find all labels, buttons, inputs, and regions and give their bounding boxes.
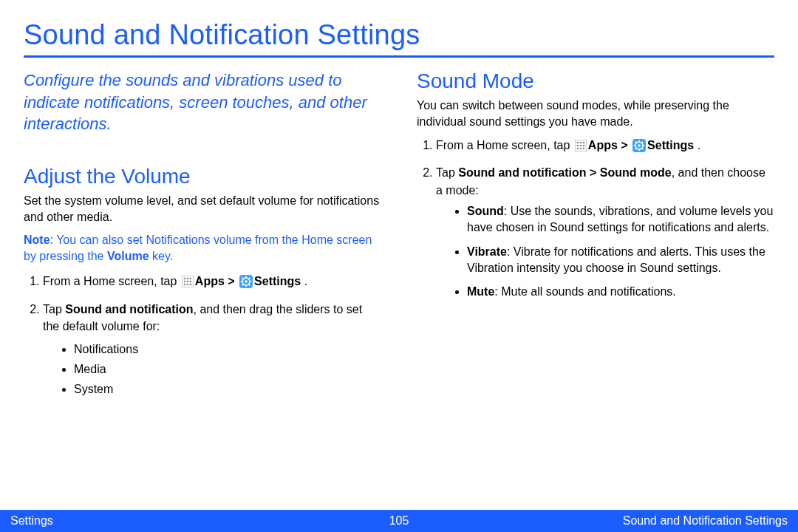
svg-point-25 (577, 145, 579, 147)
svg-point-5 (187, 281, 189, 283)
svg-line-40 (635, 149, 637, 150)
settings-icon (632, 139, 646, 157)
footer-right: Sound and Notification Settings (623, 514, 788, 528)
step1-post: . (301, 275, 307, 287)
sound-mode-body: You can switch between sound modes, whil… (417, 98, 774, 129)
svg-line-39 (642, 149, 644, 150)
svg-point-7 (184, 284, 186, 286)
note-part2: key. (149, 250, 174, 262)
svg-point-6 (190, 281, 192, 283)
apps-icon (575, 139, 587, 156)
bullet-text: : Use the sounds, vibrations, and volume… (467, 205, 773, 233)
svg-point-22 (577, 142, 579, 144)
step2-pre: Tap (43, 303, 65, 316)
svg-point-24 (583, 142, 585, 144)
svg-line-41 (642, 142, 644, 143)
right-column: Sound Mode You can switch between sound … (417, 69, 774, 407)
step-1: From a Home screen, tap Apps > Settings … (43, 273, 381, 293)
page-title: Sound and Notification Settings (24, 19, 774, 51)
left-column: Configure the sounds and vibrations used… (24, 69, 381, 407)
settings-icon (239, 275, 253, 293)
svg-point-2 (187, 278, 189, 280)
svg-point-4 (184, 281, 186, 283)
adjust-volume-body: Set the system volume level, and set def… (24, 193, 381, 225)
svg-line-38 (635, 142, 637, 143)
svg-line-20 (249, 278, 250, 279)
svg-point-29 (580, 148, 582, 150)
settings-label: Settings (647, 139, 694, 151)
bullet-text: : Vibrate for notifications and alerts. … (467, 245, 765, 274)
step2-pre: Tap (436, 166, 458, 179)
note-label: Note (24, 233, 50, 246)
bullet-label: Sound (467, 205, 504, 217)
columns: Configure the sounds and vibrations used… (24, 69, 774, 407)
manual-page: Sound and Notification Settings Configur… (0, 0, 798, 532)
step1-pre: From a Home screen, tap (436, 139, 573, 151)
volume-bullets: Notifications Media System (43, 339, 381, 400)
apps-icon (182, 275, 194, 292)
list-item: Notifications (74, 339, 381, 359)
step-2: Tap Sound and notification > Sound mode,… (436, 164, 774, 300)
svg-point-26 (580, 145, 582, 147)
svg-point-28 (577, 148, 579, 150)
note-text: Note: You can also set Notifications vol… (24, 232, 381, 264)
step2-bold: Sound and notification (65, 303, 193, 316)
step-1: From a Home screen, tap Apps > Settings … (436, 137, 774, 157)
step1-post: . (694, 139, 700, 151)
step1-pre: From a Home screen, tap (43, 275, 180, 287)
list-item: Sound: Use the sounds, vibrations, and v… (467, 203, 774, 236)
apps-label: Apps > (588, 139, 631, 151)
heading-sound-mode: Sound Mode (417, 69, 774, 93)
svg-point-9 (190, 284, 192, 286)
svg-point-30 (583, 148, 585, 150)
mode-bullets: Sound: Use the sounds, vibrations, and v… (436, 203, 774, 301)
adjust-volume-steps: From a Home screen, tap Apps > Settings … (24, 273, 381, 399)
svg-point-1 (184, 278, 186, 280)
settings-label: Settings (254, 275, 301, 287)
svg-line-19 (242, 284, 244, 286)
note-bold: Volume (107, 250, 149, 262)
page-footer: Settings 105 Sound and Notification Sett… (0, 510, 798, 532)
svg-line-18 (249, 284, 250, 286)
list-item: Media (74, 359, 381, 379)
bullet-label: Mute (467, 285, 494, 298)
heading-adjust-volume: Adjust the Volume (24, 165, 381, 188)
note-part1: : You can also set Notifications volume … (24, 233, 372, 262)
svg-point-12 (245, 281, 248, 284)
footer-left: Settings (10, 514, 53, 528)
bullet-text: : Mute all sounds and notifications. (494, 285, 675, 298)
list-item: Vibrate: Vibrate for notifications and a… (467, 244, 774, 277)
svg-point-33 (638, 144, 641, 147)
svg-point-3 (190, 278, 192, 280)
page-number: 105 (389, 514, 409, 528)
sound-mode-steps: From a Home screen, tap Apps > Settings … (417, 137, 774, 301)
svg-line-17 (242, 278, 244, 279)
svg-point-23 (580, 142, 582, 144)
list-item: Mute: Mute all sounds and notifications. (467, 284, 774, 300)
svg-point-27 (583, 145, 585, 147)
list-item: System (74, 379, 381, 399)
bullet-label: Vibrate (467, 245, 507, 258)
apps-label: Apps > (195, 275, 238, 287)
title-rule (24, 55, 774, 58)
step-2: Tap Sound and notification, and then dra… (43, 301, 381, 400)
step2-bold: Sound and notification > Sound mode (458, 166, 671, 179)
svg-point-8 (187, 284, 189, 286)
intro-text: Configure the sounds and vibrations used… (24, 69, 381, 135)
